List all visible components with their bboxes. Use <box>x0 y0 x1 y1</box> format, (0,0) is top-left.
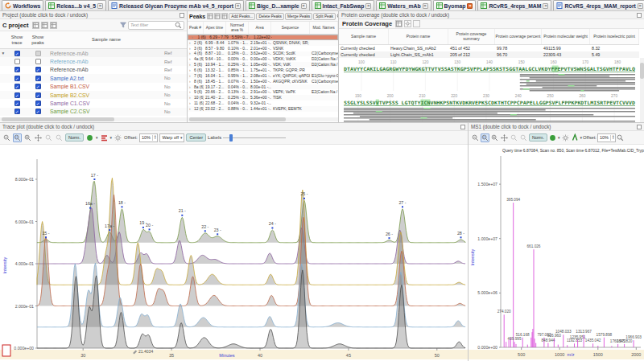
merge-peaks-button[interactable]: Merge Peaks <box>285 13 312 20</box>
gear-icon[interactable] <box>561 133 570 142</box>
peak-detect-icon[interactable] <box>571 133 580 142</box>
zoom-undo-icon[interactable] <box>510 133 518 142</box>
center-button[interactable]: Center <box>186 133 206 142</box>
expand-all-icon[interactable] <box>32 22 39 29</box>
project-horizontal-scrollbar[interactable] <box>0 117 187 121</box>
ms1-spectrum-chart[interactable]: Query time 6.87084, Scan no. 850, Scan t… <box>469 145 644 361</box>
peaks-col-area[interactable]: Area <box>249 22 271 34</box>
labels-slider[interactable] <box>223 134 286 142</box>
show-trace-checkbox[interactable]: ✓ <box>14 109 20 114</box>
peak-row[interactable]: ›8 (6)18.45 - 1...0.07% - 0...1.50e+00 -… <box>188 79 338 84</box>
close-icon[interactable]: × <box>423 3 428 9</box>
peak-row[interactable]: ›4 (6)8.87 - 10...0.18% - 0...3.62e+00 -… <box>188 51 338 57</box>
tab-rcvrs-4reps-mam-report[interactable]: RCvRS_4reps_MAM_report× <box>553 0 644 10</box>
project-sample-row[interactable]: ✓✓Sample B2.CSVNo <box>0 91 187 99</box>
peak-row[interactable]: ›12 (6)23.02 - 2...0.88% - 0...1.44e+01 … <box>188 106 338 112</box>
trace-style-icon[interactable] <box>85 133 94 142</box>
spinner-down-icon[interactable]: ▼ <box>612 137 614 141</box>
peaks-col-normed-area[interactable]: Normed area % <box>226 22 249 34</box>
tab-waters-mab[interactable]: Waters_mAb× <box>376 0 431 10</box>
filter-icon[interactable] <box>120 22 126 28</box>
row-expander-icon[interactable]: › <box>190 35 195 39</box>
split-peak-button[interactable]: Split Peak <box>313 13 336 20</box>
peaks-horizontal-scrollbar[interactable] <box>188 117 338 121</box>
close-icon[interactable]: × <box>638 3 643 9</box>
trace-plot-chart[interactable]: 0.000e+002.000e-014.000e-016.000e-018.00… <box>0 145 468 361</box>
float-window-icon[interactable] <box>637 125 642 129</box>
col-show-peaks[interactable]: Show peaks <box>27 31 48 48</box>
show-trace-checkbox[interactable]: ✓ <box>14 84 20 89</box>
peaks-col-apex-time[interactable]: Apex time <box>204 22 226 34</box>
add-peaks-button[interactable]: Add Peaks... <box>229 13 255 20</box>
show-trace-checkbox[interactable]: ✓ <box>14 51 20 56</box>
view-options-icon[interactable] <box>50 22 57 29</box>
chevron-down-icon[interactable]: ▾ <box>558 136 560 140</box>
chevron-down-icon[interactable]: ▾ <box>110 136 113 140</box>
peak-row[interactable]: ›2 (6)6.99 - 8.441.07% - 1...2.19e+01 -.… <box>188 40 338 46</box>
coverage-settings-icon[interactable] <box>404 20 411 27</box>
trace-panel-titlebar[interactable]: Trace plot (double click to dock / undoc… <box>0 123 468 131</box>
coverage-col-protein-isoelectric-point[interactable]: Protein isoelectric point <box>590 29 639 44</box>
peak-row[interactable]: ›1 (6)6.29 - 7.795.59% - 7...1.22e+02 -.… <box>188 35 338 40</box>
zoom-redo-icon[interactable] <box>519 133 528 142</box>
sequence-coverage-view[interactable]: 100110120130140150160170180DTAVYYCAKILGA… <box>341 58 638 122</box>
pan-icon[interactable] <box>34 133 43 142</box>
offset-stepper[interactable]: 10% ▲▼ <box>597 133 616 142</box>
project-sample-row[interactable]: ▾✓Reference-mAbRef <box>0 49 187 57</box>
coverage-col-protein-molecular-weight[interactable]: Protein molecular weight <box>542 29 590 44</box>
peaks-col-mod-names[interactable]: Mod. Names <box>310 22 338 34</box>
close-icon[interactable]: × <box>301 3 307 9</box>
peak-marker-style-icon[interactable] <box>100 133 109 142</box>
close-icon[interactable]: × <box>365 3 371 9</box>
slider-thumb[interactable] <box>229 134 233 142</box>
close-icon[interactable]: × <box>97 3 103 9</box>
project-sample-row[interactable]: ✓✓Sample C1.CSVNo <box>0 99 187 107</box>
ms1-panel-titlebar[interactable]: MS1 (double click to dock / undock) <box>469 123 644 131</box>
trace-style-icon[interactable] <box>548 133 557 142</box>
coverage-view-icon[interactable] <box>395 20 402 27</box>
coverage-col-protein-coverage-summary[interactable]: Protein coverage summary <box>448 29 495 44</box>
tab-releas-b-v4-5[interactable]: Releas...b v4_5× <box>45 0 106 10</box>
show-trace-checkbox[interactable]: ✓ <box>14 76 20 81</box>
show-peaks-checkbox[interactable]: ✓ <box>35 76 41 81</box>
normalize-button[interactable]: Norm. <box>529 133 547 142</box>
coverage-row[interactable]: Currently checkedHeavy.Chain_SS_mAb2451 … <box>339 45 639 51</box>
zoom-in-icon[interactable] <box>23 133 32 142</box>
peaks-col-peak[interactable]: Peak # <box>188 22 204 34</box>
show-peaks-checkbox[interactable]: ✓ <box>35 109 41 114</box>
float-window-icon[interactable] <box>180 13 184 18</box>
collapse-all-icon[interactable] <box>41 22 48 29</box>
zoom-out-icon[interactable] <box>471 133 480 142</box>
show-peaks-checkbox[interactable]: ✓ <box>35 67 41 72</box>
tab-intact-fabswap[interactable]: Intact_FabSwap× <box>312 0 375 10</box>
project-sample-row[interactable]: Reference-mAbRef <box>0 57 187 65</box>
project-sample-row[interactable]: ✓✓Sample C2.CSVNo <box>0 108 187 116</box>
warp-select[interactable]: Warp off ▾ <box>159 133 184 142</box>
show-peaks-checkbox[interactable] <box>35 59 41 64</box>
tab-byomap[interactable]: Byomap× <box>433 0 477 10</box>
tab-bigc-d-xample[interactable]: Bigc_D...xample× <box>246 0 310 10</box>
peak-row[interactable]: ›11 (6)22.68 - 2...0.04% - 0...9.32e-01 … <box>188 101 338 106</box>
coverage-col-protein-coverage-percent[interactable]: Protein coverage percent <box>495 29 542 44</box>
zoom-region-icon[interactable] <box>13 133 22 142</box>
coverage-panel-titlebar[interactable]: Protein coverage (double click to dock /… <box>339 11 644 19</box>
search-icon[interactable] <box>175 22 182 29</box>
show-peaks-checkbox[interactable]: ✓ <box>35 101 41 106</box>
search-icon[interactable] <box>617 134 624 142</box>
show-peaks-checkbox[interactable] <box>35 51 41 56</box>
project-panel-titlebar[interactable]: Project (double click to dock / undock) <box>0 11 187 19</box>
coverage-vertical-scrollbar[interactable] <box>640 58 644 122</box>
tree-expander-icon[interactable]: ▾ <box>0 51 6 55</box>
float-window-icon[interactable] <box>460 125 465 129</box>
delete-peaks-button[interactable]: Delete Peaks <box>256 13 284 20</box>
offset-stepper[interactable]: 10% ▲▼ <box>139 133 158 142</box>
chevron-down-icon[interactable]: ▾ <box>580 136 583 140</box>
coverage-col-protein-name[interactable]: Protein name <box>389 29 448 44</box>
close-icon[interactable]: × <box>235 3 241 9</box>
coverage-row[interactable]: Currently checkedLight.Chain_SS_mAb1205 … <box>339 51 639 58</box>
project-sample-row[interactable]: ✓✓Sample A2.txtNo <box>0 74 187 82</box>
zoom-region-icon[interactable] <box>481 133 489 142</box>
show-trace-checkbox[interactable] <box>14 59 20 64</box>
project-text-filter-input[interactable]: Text filter <box>128 21 184 30</box>
project-sample-row[interactable]: ✓✓Sample B1.CSVNo <box>0 83 187 91</box>
